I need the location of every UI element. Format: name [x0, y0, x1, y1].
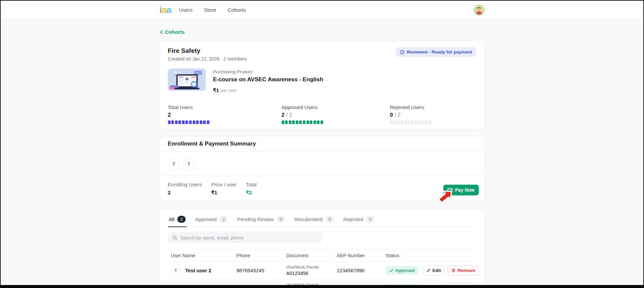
column-header-document: Document: [286, 253, 337, 258]
nav-item-cohorts[interactable]: Cohorts: [227, 7, 246, 13]
enrolled-avatars: TT: [168, 158, 476, 170]
tab-label: Pending Review: [237, 216, 273, 222]
tab-count-badge: 0: [277, 216, 285, 223]
product-label: Purchasing Product: [213, 69, 324, 74]
app-logo[interactable]: iaa: [160, 5, 171, 15]
product-name: E-course on AVSEC Awareness - English: [213, 76, 324, 83]
user-avatar[interactable]: [473, 4, 485, 16]
stat-number: 2: [282, 112, 285, 118]
progress-segment: [292, 120, 295, 124]
progress-segment: [418, 120, 421, 124]
row-actions: EditRemove: [423, 266, 479, 276]
tab-resubmitted[interactable]: Resubmitted0: [293, 212, 335, 227]
breadcrumb-back-cohorts[interactable]: Cohorts: [160, 29, 185, 35]
payment-metrics: Enrolling Users2Price / user₹1Total₹2: [168, 182, 476, 196]
enrolled-user-avatar: T: [168, 158, 180, 170]
trash-icon: [451, 286, 456, 288]
nav-item-store[interactable]: Store: [204, 7, 216, 13]
edit-button[interactable]: Edit: [423, 283, 445, 288]
tab-pending-review[interactable]: Pending Review0: [236, 212, 286, 227]
progress-segment: [289, 120, 291, 124]
status-label: Approved: [395, 268, 415, 273]
tab-label: All: [169, 216, 175, 222]
stat-value: 0/ 2: [390, 112, 476, 118]
status-tabs: All2Approved2Pending Review0Resubmitted0…: [168, 212, 476, 227]
remove-button[interactable]: Remove: [448, 266, 479, 276]
column-header-status: Status: [386, 253, 423, 258]
divider: [160, 151, 484, 152]
tab-rejected[interactable]: Rejected0: [342, 212, 375, 227]
check-icon: [389, 269, 393, 272]
metric-value: ₹2: [246, 190, 257, 196]
metric-price-user: Price / user₹1: [211, 182, 237, 196]
chevron-left-icon: [160, 30, 163, 34]
stat-number: 0: [390, 112, 393, 118]
column-header-user-name: User Name: [171, 253, 237, 258]
progress-segment: [422, 120, 425, 124]
progress-segment: [303, 120, 305, 124]
status-cell: Approved: [386, 266, 423, 275]
divider: [160, 176, 484, 176]
progress-segment: [168, 120, 171, 124]
stat-label: Rejected Users: [390, 104, 476, 110]
tab-all[interactable]: All2: [168, 212, 187, 227]
pay-now-button[interactable]: Pay Now: [443, 185, 478, 195]
remove-label: Remove: [458, 286, 475, 288]
progress-segment: [415, 120, 418, 124]
status-cell: Approved: [386, 284, 423, 288]
product-thumbnail: [168, 69, 206, 91]
main-content: Cohorts Fire Safety Created on Jan 12, 2…: [160, 20, 485, 288]
progress-segment: [390, 120, 393, 124]
stat-total-users: Total Users2: [168, 104, 282, 124]
metric-value: 2: [168, 190, 202, 195]
edit-button[interactable]: Edit: [423, 266, 445, 276]
tab-label: Rejected: [343, 216, 363, 222]
logo-letter: a: [162, 5, 166, 15]
status-badge-label: Reviewed - Ready for payment: [407, 50, 472, 55]
remove-label: Remove: [458, 268, 475, 273]
cohort-title: Fire Safety: [168, 47, 247, 55]
progress-segment: [320, 120, 323, 124]
row-avatar: T: [171, 283, 181, 288]
tab-count-badge: 2: [219, 216, 228, 223]
status-badge: Reviewed - Ready for payment: [396, 47, 476, 57]
credit-card-icon: [447, 188, 453, 192]
stat-suffix: / 2: [394, 112, 400, 118]
user-name-cell: TTest User 1: [171, 283, 237, 288]
cohort-stats: Total Users2Approved Users2/ 2Rejected U…: [168, 104, 476, 124]
progress-segment: [407, 120, 410, 124]
users-table: User NamePhoneDocumentAEP NumberStatusTT…: [168, 249, 476, 288]
progress-segment: [296, 120, 298, 124]
metric-label: Total: [246, 182, 257, 187]
stat-value: 2/ 2: [282, 112, 390, 118]
table-row: TTest user 29876543245Visa/Work Permit:A…: [168, 262, 476, 279]
search-input[interactable]: [180, 235, 317, 241]
progress-segment: [175, 120, 178, 124]
approved-status-badge: Approved: [386, 284, 419, 288]
edit-label: Edit: [433, 286, 441, 288]
progress-segment: [411, 120, 414, 124]
remove-button[interactable]: Remove: [448, 283, 479, 288]
progress-segment: [429, 120, 432, 124]
metric-enrolling-users: Enrolling Users2: [168, 182, 202, 196]
progress-segment: [313, 120, 316, 124]
summary-card: Enrollment & Payment Summary TT Enrollin…: [160, 136, 485, 201]
cohort-card: Fire Safety Created on Jan 12, 2026 · 2 …: [160, 40, 485, 130]
search-box: [168, 232, 322, 243]
progress-segment: [317, 120, 319, 124]
stat-label: Total Users: [168, 104, 282, 110]
ecourse-illustration: [168, 69, 206, 91]
metric-label: Price / user: [211, 182, 237, 187]
progress-segment: [171, 120, 174, 124]
tab-label: Approved: [195, 216, 216, 222]
progress-segment: [306, 120, 309, 124]
tab-approved[interactable]: Approved2: [194, 212, 229, 227]
table-header-row: User NamePhoneDocumentAEP NumberStatus: [168, 249, 476, 262]
progress-segment: [207, 120, 209, 124]
progress-segment: [282, 120, 284, 124]
nav-item-users[interactable]: Users: [179, 7, 192, 13]
tab-count-badge: 0: [326, 216, 334, 223]
user-name: Test user 2: [185, 268, 211, 273]
clock-icon: [400, 50, 404, 55]
trash-icon: [451, 268, 456, 273]
